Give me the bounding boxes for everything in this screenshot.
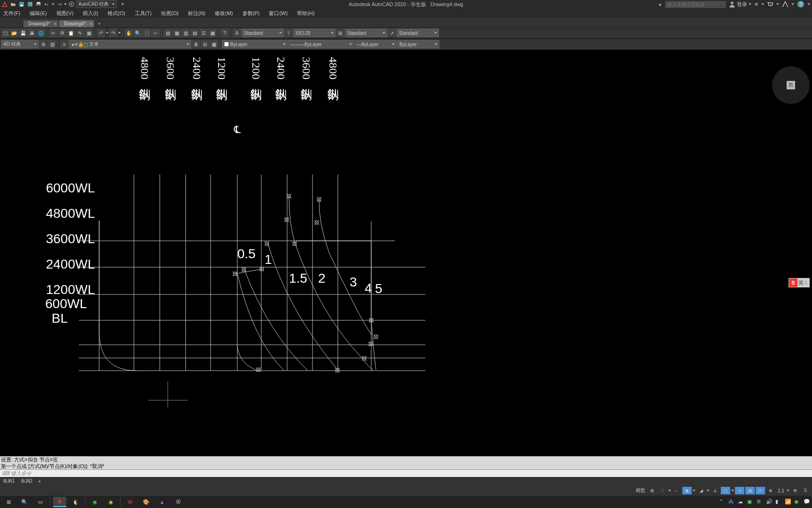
- arrow-icon[interactable]: ▸: [659, 1, 662, 8]
- print-icon[interactable]: [35, 0, 42, 8]
- layer-iso-icon[interactable]: ≣: [192, 40, 200, 48]
- plotstyle-combo[interactable]: ByLayer: [397, 40, 439, 48]
- redo-icon[interactable]: [55, 0, 63, 8]
- menu-param[interactable]: 参数(P): [241, 9, 261, 18]
- dyn-input-icon[interactable]: ⊕: [766, 487, 775, 494]
- taskbar-chrome[interactable]: ◉: [88, 497, 102, 507]
- cart-icon[interactable]: [767, 1, 773, 8]
- menu-draw[interactable]: 绘图(D): [160, 9, 180, 18]
- tray-battery-icon[interactable]: ▮: [775, 499, 782, 505]
- design-center-icon[interactable]: ▦: [172, 29, 181, 37]
- menu-help[interactable]: 帮助(H): [296, 9, 316, 18]
- mleader-style-combo[interactable]: Standard: [397, 29, 439, 37]
- undo-icon[interactable]: [43, 0, 51, 8]
- open-icon[interactable]: [9, 0, 17, 8]
- table-style-combo[interactable]: Standard: [345, 29, 387, 37]
- cycling-icon[interactable]: ⟳: [756, 487, 765, 494]
- qat-more[interactable]: [121, 3, 124, 5]
- menu-modify[interactable]: 修改(M): [213, 9, 234, 18]
- customize-icon[interactable]: ⚙: [790, 487, 800, 494]
- new-icon[interactable]: ▢: [1, 29, 9, 37]
- workspace-gear-icon[interactable]: [68, 0, 75, 8]
- pan-icon[interactable]: ✋: [125, 29, 133, 37]
- taskbar-wps[interactable]: W: [124, 497, 137, 507]
- tray-onedrive-icon[interactable]: ☁: [738, 499, 744, 505]
- tray-security-icon[interactable]: ⛨: [757, 499, 763, 505]
- save-icon[interactable]: 💾: [19, 29, 27, 37]
- app-a-icon[interactable]: [782, 1, 789, 8]
- tray-network-icon[interactable]: 📶: [785, 499, 791, 505]
- match-icon[interactable]: ✎: [76, 29, 84, 37]
- login-button[interactable]: 登录: [729, 1, 751, 8]
- taskbar-paint[interactable]: 🎨: [140, 497, 153, 507]
- menu-view[interactable]: 视图(V): [55, 9, 75, 18]
- layer-state-icon[interactable]: ⚙: [39, 40, 47, 48]
- command-input[interactable]: ⌨ 键入命令: [0, 469, 812, 477]
- grid-icon[interactable]: ⊞: [648, 487, 657, 494]
- tray-notif-icon[interactable]: 💬: [804, 499, 810, 505]
- help-icon[interactable]: ?: [797, 0, 804, 8]
- menu-dimension[interactable]: 标注(N): [187, 9, 207, 18]
- osnap-icon[interactable]: ▢: [721, 487, 730, 494]
- redo-icon[interactable]: ↷: [109, 29, 117, 37]
- redo-dropdown[interactable]: [64, 3, 67, 5]
- workspace-selector[interactable]: AutoCAD 经典: [76, 0, 117, 8]
- sheet-icon[interactable]: ▤: [190, 29, 199, 37]
- layout-tab-1[interactable]: 布局1: [3, 478, 15, 484]
- paste-icon[interactable]: 📋: [67, 29, 75, 37]
- cut-icon[interactable]: ✂: [49, 29, 57, 37]
- undo-dropdown[interactable]: [52, 3, 55, 5]
- markup-icon[interactable]: ☰: [199, 29, 208, 37]
- otrack-icon[interactable]: ∠: [710, 487, 720, 494]
- close-icon[interactable]: ×: [90, 22, 92, 26]
- tab-drawing4[interactable]: Drawing4*×: [59, 20, 94, 27]
- drawing-canvas[interactable]: 4800纵剖 3600纵剖 2400纵剖 1200纵剖 1200纵剖 2400纵…: [0, 50, 812, 456]
- menu-format[interactable]: 格式(O): [106, 9, 127, 18]
- taskbar-browser[interactable]: ◉: [104, 497, 117, 507]
- tray-chevron-icon[interactable]: ⌃: [719, 499, 726, 505]
- taskbar-qq[interactable]: 🐧: [69, 497, 82, 507]
- app-icon[interactable]: [1, 0, 8, 8]
- layer-prev-icon[interactable]: ▥: [48, 40, 56, 48]
- taskbar-obs[interactable]: ⦿: [172, 497, 185, 507]
- save-icon[interactable]: [18, 0, 25, 8]
- help-icon[interactable]: ?: [220, 29, 229, 37]
- zoom-prev-icon[interactable]: ⤺: [151, 29, 160, 37]
- tray-speaker-icon[interactable]: 🔊: [766, 499, 773, 505]
- close-icon[interactable]: ×: [54, 22, 56, 26]
- tray-geforce-icon[interactable]: ▣: [747, 499, 754, 505]
- ime-indicator[interactable]: S 英 ☾: [789, 278, 810, 287]
- text-style-combo[interactable]: Standard: [242, 29, 284, 37]
- linetype-combo[interactable]: ——— ByLayer: [288, 40, 354, 48]
- layer-manager-icon[interactable]: ≡: [60, 40, 69, 48]
- tray-bluetooth-icon[interactable]: ⁂: [728, 499, 735, 505]
- search-input[interactable]: [665, 1, 726, 8]
- textstyle-btn-icon[interactable]: A: [233, 29, 241, 37]
- snap-icon[interactable]: ∷: [658, 487, 667, 494]
- isoplane-icon[interactable]: ◢: [696, 487, 706, 494]
- block-icon[interactable]: ▦: [85, 29, 93, 37]
- ortho-icon[interactable]: ⌐: [672, 487, 681, 494]
- menu-tools[interactable]: 工具(T): [133, 9, 153, 18]
- taskbar-autocad[interactable]: A: [53, 497, 66, 507]
- properties-icon[interactable]: ▤: [164, 29, 172, 37]
- saveas-icon[interactable]: [26, 0, 34, 8]
- layer-filter-combo[interactable]: AD 经典: [1, 40, 39, 48]
- dimstyle-btn-icon[interactable]: ⟟: [284, 29, 293, 37]
- add-layout-button[interactable]: +: [38, 479, 41, 484]
- view-cube[interactable]: 西: [772, 66, 810, 104]
- menu-file[interactable]: 文件(F): [2, 9, 22, 18]
- plot-icon[interactable]: 🖶: [28, 29, 36, 37]
- dim-style-combo[interactable]: ISO-25: [293, 29, 336, 37]
- calc-icon[interactable]: ▦: [208, 29, 217, 37]
- tool-palette-icon[interactable]: ▥: [181, 29, 190, 37]
- layer-walk-icon[interactable]: ▦: [210, 40, 218, 48]
- zoom-window-icon[interactable]: ⬚: [142, 29, 151, 37]
- tray-nvidia-icon[interactable]: ◉: [794, 499, 801, 505]
- lineweight-icon[interactable]: ≡: [735, 487, 744, 494]
- menu-icon[interactable]: ☰: [801, 487, 810, 494]
- new-tab-button[interactable]: +: [95, 20, 103, 27]
- menu-insert[interactable]: 插入(I): [81, 9, 99, 18]
- layer-combo[interactable]: ●❄🔒▢ 文本: [69, 40, 191, 48]
- menu-window[interactable]: 窗口(W): [267, 9, 289, 18]
